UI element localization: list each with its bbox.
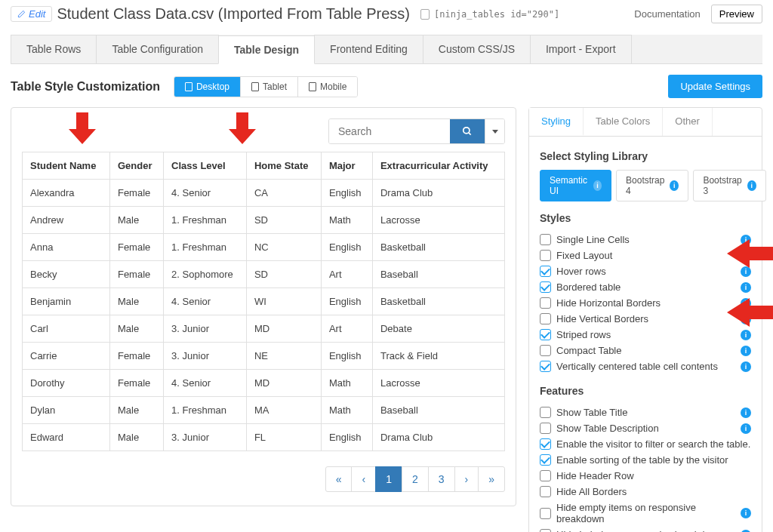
info-icon[interactable]: i [670,180,679,191]
info-icon[interactable]: i [741,530,751,533]
table-cell: MD [246,370,321,397]
preview-button[interactable]: Preview [711,5,762,23]
checkbox-label: Hover rows [556,266,738,277]
table-cell: Female [109,234,163,261]
checkbox[interactable] [540,470,551,481]
table-cell: Benjamin [23,288,110,315]
column-header[interactable]: Class Level [164,152,247,180]
checkbox[interactable] [540,313,551,324]
device-desktop[interactable]: Desktop [174,77,241,97]
checkbox[interactable] [540,454,551,466]
annotation-arrow-striped [727,298,766,325]
style-row: Hide Vertical Bordersi [540,311,751,327]
settings-tab-table-colors[interactable]: Table Colors [584,108,663,136]
table-row: AlexandraFemale4. SeniorCAEnglishDrama C… [23,180,505,207]
search-dropdown[interactable] [485,119,504,143]
column-header[interactable]: Major [321,152,372,180]
device-tablet[interactable]: Tablet [241,77,298,97]
checkbox-label: Compact Table [556,345,738,356]
checkbox[interactable] [540,329,551,340]
chevron-down-icon [492,130,498,134]
info-icon[interactable]: i [741,361,751,372]
shortcode-display[interactable]: [ninja_tables id="290"] [420,9,559,20]
documentation-link[interactable]: Documentation [634,8,700,20]
checkbox-label: Single Line Cells [556,234,738,245]
column-header[interactable]: Gender [109,152,163,180]
page-first[interactable]: « [325,466,353,492]
tab-table-design[interactable]: Table Design [218,35,315,64]
page-3[interactable]: 3 [428,466,455,492]
info-icon[interactable]: i [741,330,751,340]
tab-table-rows[interactable]: Table Rows [11,35,97,63]
checkbox[interactable] [540,345,551,356]
style-row: Single Line Cellsi [540,232,751,248]
column-header[interactable]: Extracurricular Activity [372,152,504,180]
checkbox[interactable] [540,266,551,277]
table-cell: Math [321,397,372,424]
info-icon[interactable]: i [741,508,751,518]
checkbox[interactable] [540,486,551,497]
column-header[interactable]: Student Name [23,152,110,180]
settings-panel: StylingTable ColorsOther Select Styling … [528,107,762,532]
library-semantic-ui[interactable]: Semantic UIi [540,170,611,201]
device-mobile[interactable]: Mobile [298,77,357,97]
tab-table-configuration[interactable]: Table Configuration [96,35,219,63]
checkbox-label: Hide Vertical Borders [556,313,738,324]
table-cell: English [321,424,372,451]
table-cell: Baseball [372,397,504,424]
checkbox[interactable] [540,438,551,450]
checkbox[interactable] [540,529,551,532]
table-cell: Female [109,370,163,397]
page-2[interactable]: 2 [402,466,429,492]
settings-tab-other[interactable]: Other [663,108,713,136]
info-icon[interactable]: i [741,282,751,293]
checkbox[interactable] [540,281,551,293]
table-cell: Female [109,261,163,288]
column-header[interactable]: Home State [246,152,321,180]
info-icon[interactable]: i [747,180,756,191]
table-cell: Carl [23,315,110,343]
info-icon[interactable]: i [593,180,602,191]
info-icon[interactable]: i [741,346,751,356]
table-cell: 4. Senior [164,180,247,207]
checkbox[interactable] [540,508,551,519]
table-cell: 4. Senior [164,370,247,397]
table-cell: Basketball [372,234,504,261]
settings-tab-styling[interactable]: Styling [529,108,584,136]
data-table: Student NameGenderClass LevelHome StateM… [22,152,505,451]
table-cell: Male [109,424,163,451]
search-button[interactable] [450,119,485,143]
table-cell: Lacrosse [372,207,504,234]
tab-frontend-editing[interactable]: Frontend Editing [314,35,423,63]
workspace: Student NameGenderClass LevelHome StateM… [0,107,773,532]
table-cell: Drama Club [372,424,504,451]
checkbox[interactable] [540,297,551,309]
table-cell: 3. Junior [164,343,247,370]
library-bootstrap-3[interactable]: Bootstrap 3i [693,170,765,201]
tab-import-export[interactable]: Import - Export [530,35,632,63]
checkbox[interactable] [540,407,551,418]
settings-tabs: StylingTable ColorsOther [529,108,762,137]
checkbox[interactable] [540,423,551,434]
checkbox[interactable] [540,250,551,261]
info-icon[interactable]: i [741,407,751,418]
table-cell: Carrie [23,343,110,370]
checkbox-label: Hide Labels on responsive breakdown [556,529,738,532]
page-prev[interactable]: ‹ [351,466,376,492]
tab-custom-css-js[interactable]: Custom CSS/JS [423,35,531,63]
edit-button[interactable]: Edit [11,6,52,22]
table-row: BenjaminMale4. SeniorWIEnglishBasketball [23,288,505,315]
checkbox[interactable] [540,234,551,245]
annotation-arrow-col1 [69,112,96,144]
search-input[interactable] [329,119,450,143]
page-1[interactable]: 1 [375,466,402,492]
sub-title: Table Style Customization [11,80,160,94]
page-last[interactable]: » [478,466,505,492]
checkbox[interactable] [540,361,551,372]
pencil-icon [17,10,26,18]
style-row: Vertically centered table cell contentsi [540,358,751,374]
info-icon[interactable]: i [741,423,751,434]
library-bootstrap-4[interactable]: Bootstrap 4i [616,170,688,201]
page-next[interactable]: › [454,466,479,492]
update-settings-button[interactable]: Update Settings [668,75,762,98]
